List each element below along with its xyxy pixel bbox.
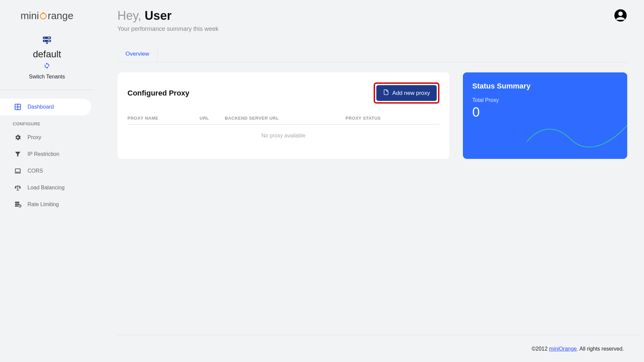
sidebar-item-rate-limiting[interactable]: Rate Limiting [0,196,94,213]
empty-state: No proxy available [127,125,439,149]
svg-rect-16 [15,202,19,203]
status-label: Total Proxy [472,97,618,103]
scale-icon [14,184,21,191]
sidebar-item-label: Dashboard [28,104,54,110]
content-row: Configured Proxy Add new proxy PROXY NAM… [117,72,627,159]
configured-proxy-card: Configured Proxy Add new proxy PROXY NAM… [117,72,449,159]
footer-copyright: ©2012 [532,346,549,352]
tenant-section: default Switch Tenants [0,35,94,90]
avatar[interactable] [614,9,627,23]
wave-decoration [527,122,627,152]
nav-section-configure: CONFIGURE [0,115,94,129]
svg-rect-17 [15,203,19,205]
status-value: 0 [472,105,618,120]
dashboard-icon [14,103,21,111]
sidebar-item-label: Load Balancing [28,185,64,191]
page-header: Hey, User Your performance summary this … [117,9,627,33]
status-title: Status Summary [472,82,618,90]
rate-limit-icon [14,201,21,208]
status-summary-card: Status Summary Total Proxy 0 [463,72,627,159]
gear-icon [14,134,21,141]
main-content: Hey, User Your performance summary this … [94,0,644,362]
footer: ©2012 miniOrange. All rights reserved. [532,346,624,352]
svg-point-23 [618,11,623,16]
svg-point-5 [44,41,45,41]
brand-text-part2: range [48,10,73,21]
button-label: Add new proxy [392,90,430,97]
add-proxy-highlight: Add new proxy [374,82,439,104]
sync-icon[interactable] [44,62,50,70]
svg-rect-3 [46,43,48,44]
tab-overview[interactable]: Overview [117,46,158,62]
tenant-name: default [33,49,61,60]
greeting: Hey, User [117,9,218,23]
orange-icon [39,11,48,20]
laptop-icon [14,167,21,175]
tabs: Overview [117,46,627,62]
svg-rect-18 [15,205,18,207]
brand-text-part1: mini [20,10,39,21]
greeting-prefix: Hey, [117,9,145,22]
sidebar-item-dashboard[interactable]: Dashboard [0,99,91,115]
file-plus-icon [383,89,389,97]
sidebar-item-label: Proxy [28,134,41,140]
footer-rights: . All rights reserved. [577,346,624,352]
sidebar-item-ip-restriction[interactable]: IP Restriction [0,146,94,163]
sidebar-item-label: IP Restriction [28,151,59,157]
subtitle: Your performance summary this week [117,25,218,33]
svg-point-0 [40,13,46,19]
sidebar: mini range default Switch Tenants Dashbo… [0,0,94,362]
svg-rect-11 [15,169,20,172]
svg-rect-7 [48,41,50,41]
username: User [145,9,171,22]
col-proxy-status: PROXY STATUS [345,116,439,121]
sidebar-item-load-balancing[interactable]: Load Balancing [0,179,94,196]
footer-divider [117,335,639,335]
brand-logo: mini range [0,10,94,21]
card-title: Configured Proxy [127,89,190,98]
switch-tenants-link[interactable]: Switch Tenants [29,74,65,80]
footer-link[interactable]: miniOrange [549,346,577,352]
sidebar-item-proxy[interactable]: Proxy [0,129,94,146]
table-header: PROXY NAME URL BACKEND SERVER URL PROXY … [127,112,439,125]
col-url: URL [200,116,225,121]
server-icon [41,35,53,46]
svg-rect-6 [48,38,50,38]
filter-icon [14,150,21,158]
sidebar-item-label: CORS [28,168,43,174]
sidebar-item-cors[interactable]: CORS [0,163,94,179]
svg-point-4 [44,37,45,38]
add-new-proxy-button[interactable]: Add new proxy [376,85,437,101]
col-proxy-name: PROXY NAME [127,116,200,121]
sidebar-item-label: Rate Limiting [28,201,59,207]
col-backend-url: BACKEND SERVER URL [225,116,345,121]
